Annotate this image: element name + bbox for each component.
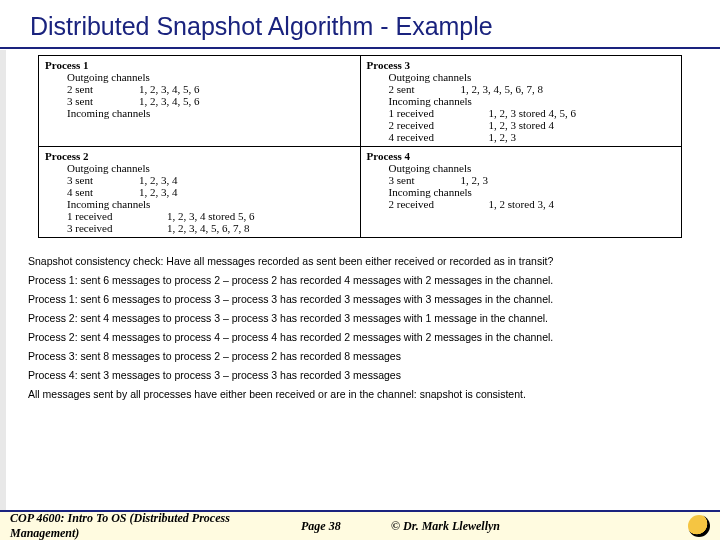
p2-out-1-vals: 1, 2, 3, 4 — [139, 186, 178, 198]
cell-process-2: Process 2 Outgoing channels 3 sent1, 2, … — [39, 147, 361, 238]
cell-process-4: Process 4 Outgoing channels 3 sent1, 2, … — [360, 147, 682, 238]
p1-in-h: Incoming channels — [45, 107, 354, 119]
p2-out-0-lab: 3 sent — [67, 174, 139, 186]
notes-block: Snapshot consistency check: Have all mes… — [0, 244, 720, 401]
ucf-logo-icon — [688, 515, 710, 537]
p2-in-1-vals: 1, 2, 3, 4, 5, 6, 7, 8 — [167, 222, 250, 234]
p3-in-1-vals: 1, 2, 3 stored 4 — [489, 119, 554, 131]
slide-title: Distributed Snapshot Algorithm - Example — [0, 0, 720, 47]
p2-in-h: Incoming channels — [45, 198, 354, 210]
p2-out-1-lab: 4 sent — [67, 186, 139, 198]
note-line: Process 3: sent 8 messages to process 2 … — [28, 350, 692, 362]
p3-out-0-vals: 1, 2, 3, 4, 5, 6, 7, 8 — [461, 83, 544, 95]
slide-footer: COP 4600: Intro To OS (Distributed Proce… — [0, 510, 720, 540]
p3-in-2-vals: 1, 2, 3 — [489, 131, 517, 143]
p3-out-h: Outgoing channels — [367, 71, 676, 83]
p1-out-0-vals: 1, 2, 3, 4, 5, 6 — [139, 83, 200, 95]
footer-copyright: © Dr. Mark Llewellyn — [391, 519, 682, 534]
process-table: Process 1 Outgoing channels 2 sent1, 2, … — [38, 55, 682, 238]
p3-name: Process 3 — [367, 59, 410, 71]
p2-out-0-vals: 1, 2, 3, 4 — [139, 174, 178, 186]
cell-process-1: Process 1 Outgoing channels 2 sent1, 2, … — [39, 56, 361, 147]
p3-in-0-vals: 1, 2, 3 stored 4, 5, 6 — [489, 107, 576, 119]
note-line: All messages sent by all processes have … — [28, 388, 692, 400]
footer-page: Page 38 — [301, 519, 391, 534]
p1-out-0-lab: 2 sent — [67, 83, 139, 95]
p2-name: Process 2 — [45, 150, 88, 162]
p4-in-0-vals: 1, 2 stored 3, 4 — [489, 198, 554, 210]
p1-out-1-lab: 3 sent — [67, 95, 139, 107]
cell-process-3: Process 3 Outgoing channels 2 sent1, 2, … — [360, 56, 682, 147]
note-line: Snapshot consistency check: Have all mes… — [28, 255, 692, 267]
p2-in-1-lab: 3 received — [67, 222, 167, 234]
thumbnail-strip — [0, 50, 6, 510]
p3-in-0-lab: 1 received — [389, 107, 489, 119]
note-line: Process 1: sent 6 messages to process 2 … — [28, 274, 692, 286]
p2-out-h: Outgoing channels — [45, 162, 354, 174]
p3-out-0-lab: 2 sent — [389, 83, 461, 95]
p2-in-0-vals: 1, 2, 3, 4 stored 5, 6 — [167, 210, 254, 222]
p4-in-0-lab: 2 received — [389, 198, 489, 210]
note-line: Process 1: sent 6 messages to process 3 … — [28, 293, 692, 305]
note-line: Process 4: sent 3 messages to process 3 … — [28, 369, 692, 381]
p4-out-0-vals: 1, 2, 3 — [461, 174, 489, 186]
p2-in-0-lab: 1 received — [67, 210, 167, 222]
p4-name: Process 4 — [367, 150, 410, 162]
p3-in-h: Incoming channels — [367, 95, 676, 107]
p4-out-h: Outgoing channels — [367, 162, 676, 174]
p1-out-1-vals: 1, 2, 3, 4, 5, 6 — [139, 95, 200, 107]
p4-in-h: Incoming channels — [367, 186, 676, 198]
footer-course: COP 4600: Intro To OS (Distributed Proce… — [10, 511, 301, 540]
note-line: Process 2: sent 4 messages to process 4 … — [28, 331, 692, 343]
p3-in-1-lab: 2 received — [389, 119, 489, 131]
p3-in-2-lab: 4 received — [389, 131, 489, 143]
note-line: Process 2: sent 4 messages to process 3 … — [28, 312, 692, 324]
p1-name: Process 1 — [45, 59, 88, 71]
p4-out-0-lab: 3 sent — [389, 174, 461, 186]
process-table-wrap: Process 1 Outgoing channels 2 sent1, 2, … — [0, 49, 720, 244]
p1-out-h: Outgoing channels — [45, 71, 354, 83]
